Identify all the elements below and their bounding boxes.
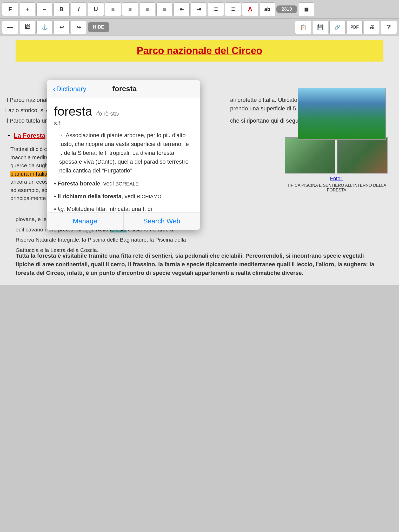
align-justify-btn[interactable]: ≡ [156, 2, 172, 16]
dict-sub3-fig: fig. [58, 206, 65, 212]
doc-paragraph4: pianura in Italia, [10, 171, 49, 177]
la-foresta-link[interactable]: La Foresta [14, 132, 45, 139]
anchor-btn[interactable]: ⚓ [36, 20, 52, 34]
doc-riserva: Riserva Naturale Integrale: la Piscina d… [16, 237, 130, 243]
image-btn[interactable]: 🖼 [19, 20, 35, 34]
foto1-link[interactable]: Foto1 [330, 176, 343, 181]
document-title-link[interactable]: Parco nazionale del Circeo [137, 45, 262, 56]
indent-btn[interactable]: ⇥ [191, 2, 207, 16]
text-color-btn[interactable]: A [242, 2, 258, 16]
document-content: Parco nazionale del Circeo Il Parco nazi… [0, 36, 399, 285]
print-btn[interactable]: 🖨 [364, 20, 380, 34]
list-btn[interactable]: ☰ [208, 2, 224, 16]
align-right-btn[interactable]: ≡ [139, 2, 155, 16]
add-btn[interactable]: + [19, 2, 35, 16]
doc-paragraph3: querce da sugher [10, 162, 53, 168]
back-arrow-icon: ‹ [53, 85, 55, 93]
doc-nature: nature, la Piscina della [131, 237, 186, 243]
outdent-btn[interactable]: ⇤ [174, 2, 190, 16]
bold-btn[interactable]: B [54, 2, 70, 16]
dict-definition: Associazione di piante arboree, per lo p… [54, 131, 193, 175]
dictionary-popup: ‹ Dictionary foresta foresta ‹fo·rè·sta›… [47, 80, 200, 230]
photo-caption: TIPICA PISCINA E SENTIERO ALL'INTERNO DE… [285, 183, 389, 192]
underline-btn[interactable]: U [88, 2, 104, 16]
list2-btn[interactable]: ☰ [225, 2, 241, 16]
dict-sub1-rest: , vedi [100, 180, 114, 187]
highlight-btn[interactable]: ab [259, 2, 275, 16]
dict-sub1-bold: Foresta boreale [58, 180, 100, 187]
top-right-image [298, 88, 386, 145]
font-btn[interactable]: F [2, 2, 18, 16]
dict-sub2-rest: , vedi [122, 193, 135, 200]
dict-back-btn[interactable]: ‹ Dictionary [53, 85, 86, 93]
dict-body: foresta ‹fo·rè·sta› s.f. Associazione di… [47, 98, 200, 212]
dict-sub3: • fig. Moltitudine fitta, intricata: una… [54, 205, 193, 212]
export-pdf-btn[interactable]: PDF [347, 20, 363, 34]
divider-btn[interactable]: — [2, 20, 18, 34]
save-btn[interactable]: 💾 [312, 20, 328, 34]
align-left-btn[interactable]: ≡ [105, 2, 121, 16]
dict-sub3-text: Moltitudine fitta, intricata: una f. di [67, 206, 152, 212]
paste-btn[interactable]: 📋 [295, 20, 311, 34]
dict-sub2: • Il richiamo della foresta, vedi RICHIA… [54, 192, 193, 201]
dict-sub1: • Foresta boreale, vedi BOREALE [54, 179, 193, 188]
toolbar-row2: — 🖼 ⚓ ↩ ↪ HIDE 📋 💾 🔗 PDF 🖨 ? [0, 19, 399, 36]
toolbar-row1: F + − B I U ≡ ≡ ≡ ≡ ⇤ ⇥ ☰ ☰ A ab 2819 ▦ [0, 0, 399, 19]
redo-btn[interactable]: ↪ [71, 20, 87, 34]
dict-manage-btn[interactable]: Manage [47, 212, 124, 230]
photo-container: Foto1 TIPICA PISCINA E SENTIERO ALL'INTE… [285, 137, 389, 192]
dict-word-large: foresta [54, 104, 92, 118]
doc-visitabile: Tutta la foresta è visitabile tramite un… [16, 252, 374, 276]
dict-back-label[interactable]: Dictionary [56, 85, 87, 93]
dict-sub2-caps: RICHIAMO [137, 194, 161, 199]
dict-sub1-caps: BOREALE [115, 181, 139, 187]
dict-pos: s.f. [54, 120, 193, 127]
link-btn[interactable]: 🔗 [329, 20, 345, 34]
undo-btn[interactable]: ↩ [54, 20, 70, 34]
minus-btn[interactable]: − [36, 2, 52, 16]
dict-search-web-btn[interactable]: Search Web [124, 212, 200, 230]
help-btn[interactable]: ? [381, 20, 397, 34]
hide-btn[interactable]: HIDE [88, 22, 109, 32]
dict-pronunciation: ‹fo·rè·sta› [95, 110, 120, 117]
dict-sub2-bold: Il richiamo della foresta [58, 193, 122, 200]
dict-header: ‹ Dictionary foresta [47, 80, 200, 98]
dict-header-word: foresta [86, 85, 163, 93]
italic-btn[interactable]: I [71, 2, 87, 16]
dict-footer: Manage Search Web [47, 212, 200, 230]
grid-btn[interactable]: ▦ [298, 2, 314, 16]
title-banner: Parco nazionale del Circeo [16, 40, 383, 62]
align-center-btn[interactable]: ≡ [122, 2, 138, 16]
doc-paragraph7: principalmente m [10, 195, 52, 201]
doc-right-text3: che si riportano qui di seguito: [230, 117, 306, 124]
word-counter: 2819 [276, 5, 297, 13]
